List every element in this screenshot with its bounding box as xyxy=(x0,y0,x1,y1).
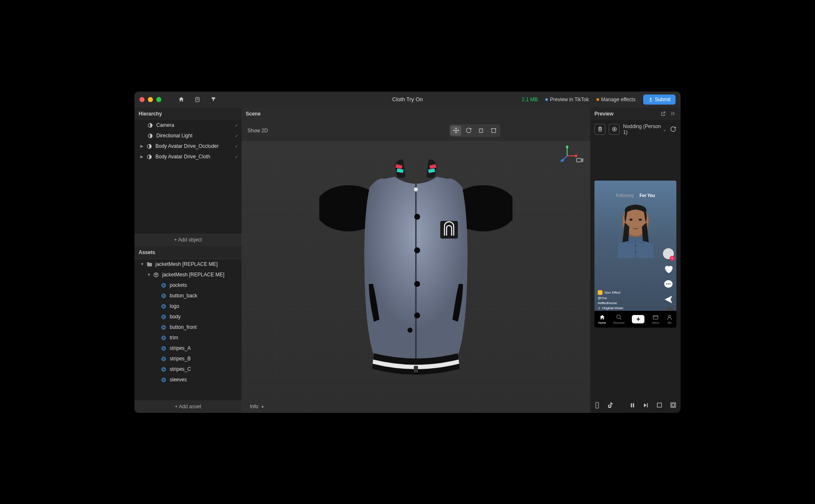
close-icon[interactable] xyxy=(139,97,145,102)
add-object-button[interactable]: + Add object xyxy=(134,234,242,246)
axis-gizmo[interactable]: Y X Z xyxy=(557,145,578,166)
svg-point-40 xyxy=(495,128,496,129)
svg-point-33 xyxy=(163,367,164,371)
chevron-down-icon: ⌄ xyxy=(663,126,667,132)
asset-item[interactable]: button_back xyxy=(134,291,242,301)
svg-text:Y: Y xyxy=(566,145,568,147)
info-toggle[interactable]: Info▲ xyxy=(250,404,264,410)
asset-item[interactable]: stripes_A xyxy=(134,343,242,354)
pause-button[interactable] xyxy=(630,402,635,408)
tiktok-icon[interactable] xyxy=(607,402,613,409)
asset-item[interactable]: pockets xyxy=(134,280,242,291)
preview-mode-select[interactable]: Nodding (Person 1)⌄ xyxy=(623,123,667,135)
tab-foryou[interactable]: For You xyxy=(639,193,655,198)
camera-reset-icon[interactable] xyxy=(576,157,584,163)
paint-icon[interactable] xyxy=(210,96,216,102)
nav-create[interactable]: + xyxy=(632,315,644,323)
nav-label: Home xyxy=(598,321,606,324)
svg-rect-60 xyxy=(440,221,458,239)
viewport[interactable]: Y X Z xyxy=(242,141,590,413)
notes-icon[interactable] xyxy=(195,96,200,102)
phone-icon[interactable] xyxy=(594,402,600,409)
preview-tiktok-link[interactable]: Preview in TikTok xyxy=(545,97,589,102)
maximize-icon[interactable] xyxy=(156,97,161,102)
svg-rect-79 xyxy=(596,402,598,408)
asset-item[interactable]: stripes_B xyxy=(134,354,242,364)
export-icon[interactable] xyxy=(671,111,676,116)
visibility-check-icon[interactable]: ✓ xyxy=(235,144,238,149)
item-label: logo xyxy=(170,303,179,309)
asset-item[interactable]: body xyxy=(134,312,242,322)
asset-group[interactable]: ▼ jacketMesh [REPLACE ME] xyxy=(134,270,242,280)
record-button[interactable] xyxy=(609,124,620,135)
heart-icon[interactable] xyxy=(663,264,673,274)
music-name[interactable]: Original Music xyxy=(602,306,623,310)
asset-item[interactable]: stripes_C xyxy=(134,364,242,375)
asset-folder[interactable]: ▼ jacketMesh [REPLACE ME] xyxy=(134,259,242,270)
minimize-icon[interactable] xyxy=(148,97,153,102)
nav-home[interactable]: Home xyxy=(598,314,606,324)
home-icon[interactable] xyxy=(178,96,184,102)
left-panel: Hierarchy Camera ✓ Directional Light ✓ ▶… xyxy=(134,108,242,413)
collapse-icon[interactable]: ▼ xyxy=(147,273,151,277)
svg-point-68 xyxy=(639,218,641,220)
music-note-icon: ♫ xyxy=(598,306,600,310)
fullscreen-icon[interactable] xyxy=(670,402,676,408)
preview-tiktok-label: Preview in TikTok xyxy=(550,97,589,102)
crop-icon[interactable] xyxy=(656,402,663,408)
svg-rect-61 xyxy=(414,366,418,373)
comment-icon[interactable] xyxy=(663,279,673,289)
manage-effects-link[interactable]: Manage effects xyxy=(597,97,636,102)
scene-header: Scene xyxy=(242,108,590,120)
mesh-icon xyxy=(160,335,167,341)
svg-point-18 xyxy=(163,315,164,319)
popout-icon[interactable] xyxy=(660,111,666,116)
hashtag[interactable]: #effecthouse xyxy=(598,301,617,305)
visibility-check-icon[interactable]: ✓ xyxy=(235,134,238,138)
device-button[interactable] xyxy=(594,124,605,135)
visibility-check-icon[interactable]: ✓ xyxy=(235,123,238,128)
asset-item[interactable]: logo xyxy=(134,301,242,312)
item-label: sleeves xyxy=(170,377,187,383)
refresh-icon[interactable] xyxy=(670,126,676,132)
hierarchy-item-occluder[interactable]: ▶ Body Avatar Drive_Occluder ✓ xyxy=(134,141,242,152)
scale-tool[interactable] xyxy=(476,126,486,136)
preview-panel: Preview Nodding (Person 1)⌄ xyxy=(590,108,681,413)
svg-point-34 xyxy=(162,378,166,382)
asset-item[interactable]: sleeves xyxy=(134,375,242,385)
expand-icon[interactable]: ▶ xyxy=(140,144,145,148)
follow-plus-icon[interactable]: + xyxy=(670,256,675,261)
collapse-icon[interactable]: ▼ xyxy=(140,262,145,266)
nav-discover[interactable]: Discover xyxy=(613,314,625,324)
upload-icon xyxy=(648,97,653,102)
nav-inbox[interactable]: Inbox xyxy=(652,314,659,324)
mesh-icon xyxy=(160,345,167,352)
scene-toolbar: Show 2D xyxy=(242,120,590,141)
hierarchy-item-light[interactable]: Directional Light ✓ xyxy=(134,131,242,141)
svg-point-16 xyxy=(162,315,166,319)
nav-me[interactable]: Me xyxy=(666,314,673,324)
rotate-tool[interactable] xyxy=(463,126,474,136)
show-2d-button[interactable]: Show 2D xyxy=(247,128,268,134)
hierarchy-item-camera[interactable]: Camera ✓ xyxy=(134,120,242,131)
expand-icon[interactable]: ▶ xyxy=(140,155,145,159)
submit-button[interactable]: Submit xyxy=(643,94,676,105)
profile-avatar-icon[interactable]: + xyxy=(663,248,674,259)
username[interactable]: @You xyxy=(598,296,607,300)
tab-following[interactable]: Following xyxy=(616,193,634,198)
svg-line-76 xyxy=(620,318,621,319)
asset-item[interactable]: button_front xyxy=(134,322,242,333)
rect-tool[interactable] xyxy=(488,126,499,136)
svg-point-17 xyxy=(162,316,166,318)
hierarchy-tree: Camera ✓ Directional Light ✓ ▶ Body Avat… xyxy=(134,120,242,162)
visibility-check-icon[interactable]: ✓ xyxy=(235,155,238,159)
svg-point-78 xyxy=(668,315,670,317)
svg-point-75 xyxy=(617,315,620,318)
asset-item[interactable]: trim xyxy=(134,333,242,343)
svg-rect-77 xyxy=(653,315,658,319)
move-tool[interactable] xyxy=(450,126,461,136)
next-button[interactable] xyxy=(643,402,649,408)
add-asset-button[interactable]: + Add asset xyxy=(134,400,242,413)
item-label: button_back xyxy=(170,293,197,299)
hierarchy-item-cloth[interactable]: ▶ Body Avatar Drive_Cloth ✓ xyxy=(134,152,242,162)
